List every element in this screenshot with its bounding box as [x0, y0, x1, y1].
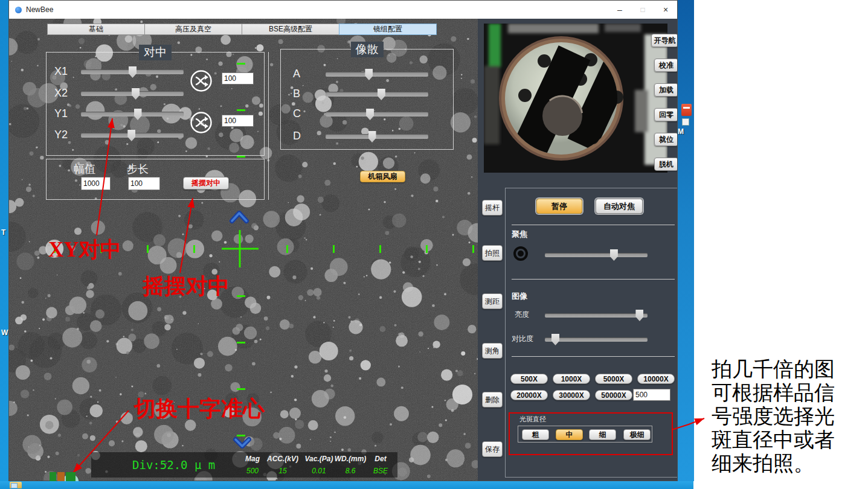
- centering-label: Y2: [54, 129, 68, 141]
- chamber-photo: [484, 24, 667, 173]
- app-icon: [15, 7, 22, 13]
- tab-2[interactable]: 高压及真空: [144, 24, 242, 35]
- divider: [512, 225, 675, 225]
- mag-button-20000x[interactable]: 20000X: [510, 390, 548, 400]
- centering-slider-thumb[interactable]: [132, 88, 140, 100]
- tool-button-5[interactable]: 删除: [482, 392, 503, 408]
- side-note-line: 拍几千倍的图: [712, 357, 866, 381]
- tool-button-2[interactable]: 拍照: [482, 245, 503, 261]
- file-explorer-icon[interactable]: [10, 482, 22, 488]
- amplitude-input[interactable]: [81, 177, 111, 190]
- side-note-line: 细来拍照。: [712, 452, 866, 475]
- tool-button-4[interactable]: 测角: [482, 343, 503, 359]
- wobble-settings-group: 幅值 步长 摇摆对中: [46, 159, 265, 200]
- annotation-xy-centering: XY对中: [48, 235, 121, 264]
- nav-button-4[interactable]: 回零: [654, 108, 678, 121]
- tab-1[interactable]: 基础: [47, 24, 145, 35]
- wobble-shuffle-icon[interactable]: [190, 69, 213, 92]
- desktop-icon-label-t: T: [1, 228, 5, 237]
- contrast-slider-thumb[interactable]: [551, 334, 559, 345]
- chassis-fan-button[interactable]: 机箱风扇: [360, 171, 405, 182]
- astigmatism-slider-track[interactable]: [326, 134, 428, 139]
- centering-slider-thumb[interactable]: [127, 130, 135, 141]
- mag-button-1000x[interactable]: 1000X: [553, 374, 590, 384]
- pause-button[interactable]: 暂停: [536, 199, 582, 214]
- tab-3[interactable]: BSE高级配置: [242, 24, 339, 35]
- maximize-button[interactable]: □: [631, 1, 654, 19]
- astigmatism-slider-thumb[interactable]: [378, 89, 385, 100]
- group-divider: [268, 52, 269, 200]
- astigmatism-label: D: [293, 130, 301, 142]
- centering-slider-thumb[interactable]: [129, 66, 137, 78]
- nav-button-2[interactable]: 校准: [654, 59, 678, 72]
- divider: [512, 279, 675, 280]
- centering-slider-track[interactable]: [81, 112, 184, 117]
- astigmatism-slider-track[interactable]: [326, 112, 428, 117]
- astigmatism-slider-track[interactable]: [326, 72, 428, 77]
- mag-button-50000x[interactable]: 50000X: [595, 390, 632, 400]
- mag-button-500x[interactable]: 500X: [510, 374, 548, 384]
- nav-button-3[interactable]: 加载: [654, 83, 678, 97]
- tool-button-3[interactable]: 测距: [482, 293, 503, 309]
- taskbar[interactable]: [0, 481, 693, 489]
- brightness-slider-track[interactable]: [545, 313, 648, 318]
- close-button[interactable]: ×: [654, 1, 677, 19]
- tool-button-1[interactable]: 摇杆: [482, 200, 503, 216]
- mag-button-10000x[interactable]: 10000X: [637, 374, 675, 384]
- astigmatism-slider-thumb[interactable]: [365, 69, 373, 80]
- nav-button-1[interactable]: 开导航: [651, 34, 678, 47]
- config-tabs: 基础高压及真空BSE高级配置镜组配置: [48, 24, 437, 35]
- status-value: 15: [265, 467, 300, 475]
- brightness-label: 亮度: [515, 310, 529, 320]
- step-label: 步长: [127, 162, 149, 176]
- screen: T W M NewBee – □ × 基础高压及真空BSE高级配置镜组: [0, 0, 868, 489]
- astigmatism-label: B: [293, 88, 300, 100]
- status-column-vacpa: Vac.(Pa)0.01: [301, 455, 336, 476]
- image-label: 图像: [512, 291, 527, 302]
- centering-slider-thumb[interactable]: [134, 109, 142, 120]
- wobble-shuffle-icon[interactable]: [190, 111, 213, 134]
- nav-button-6[interactable]: 脱机: [654, 158, 678, 171]
- amplitude-label: 幅值: [74, 162, 95, 176]
- astigmatism-slider-thumb[interactable]: [366, 109, 374, 120]
- centering-label: X1: [54, 65, 68, 78]
- taskbar-mini-icon: [57, 472, 65, 481]
- astigmatism-slider-track[interactable]: [326, 92, 428, 97]
- step-input[interactable]: [128, 177, 160, 190]
- wobble-x-value-input[interactable]: [222, 72, 254, 85]
- magnification-input[interactable]: [633, 389, 670, 401]
- focus-slider-thumb[interactable]: [610, 249, 618, 261]
- nav-button-5[interactable]: 就位: [654, 133, 678, 146]
- mag-button-30000x[interactable]: 30000X: [553, 390, 590, 400]
- status-header: ACC.(kV): [265, 455, 300, 463]
- wobble-centering-button[interactable]: 摇摆对中: [183, 177, 229, 190]
- side-note-text: 拍几千倍的图可根据样品信号强度选择光斑直径中或者细来拍照。: [712, 357, 866, 475]
- focus-record-icon[interactable]: [513, 246, 528, 261]
- astigmatism-group: 像散 ABCD: [280, 49, 454, 150]
- titlebar[interactable]: NewBee – □ ×: [9, 1, 677, 19]
- annotation-wobble-centering: 摇摆对中: [143, 272, 230, 301]
- mag-button-5000x[interactable]: 5000X: [595, 374, 632, 384]
- astigmatism-label: A: [293, 68, 300, 80]
- control-panel: 暂停 自动对焦 聚焦 图像 亮度 对比度 500X1000X5000X10000…: [505, 188, 678, 478]
- side-note-line: 可根据样品信: [712, 381, 866, 404]
- centering-group: 对中 X1X2Y1Y2: [46, 52, 265, 156]
- astigmatism-slider-thumb[interactable]: [368, 131, 376, 142]
- focus-slider-track[interactable]: [545, 253, 648, 257]
- division-readout: Div:52.0 μ m: [132, 458, 215, 471]
- wobble-y-value-input[interactable]: [222, 115, 254, 127]
- astigmatism-group-title: 像散: [351, 42, 384, 57]
- minimize-button[interactable]: –: [608, 1, 631, 19]
- tab-4[interactable]: 镜组配置: [339, 24, 437, 35]
- status-header: Vac.(Pa): [301, 455, 336, 463]
- tool-button-6[interactable]: 保存: [482, 441, 503, 457]
- brightness-slider-thumb[interactable]: [635, 310, 643, 321]
- contrast-label: 对比度: [512, 334, 533, 344]
- status-column-det: DetBSE: [363, 455, 398, 476]
- status-header: Det: [363, 455, 398, 463]
- desktop-file-icon[interactable]: [682, 118, 689, 126]
- autofocus-button[interactable]: 自动对焦: [596, 199, 643, 214]
- contrast-slider-track[interactable]: [545, 337, 648, 342]
- desktop-app-icon[interactable]: [681, 104, 692, 116]
- focus-label: 聚焦: [512, 229, 527, 240]
